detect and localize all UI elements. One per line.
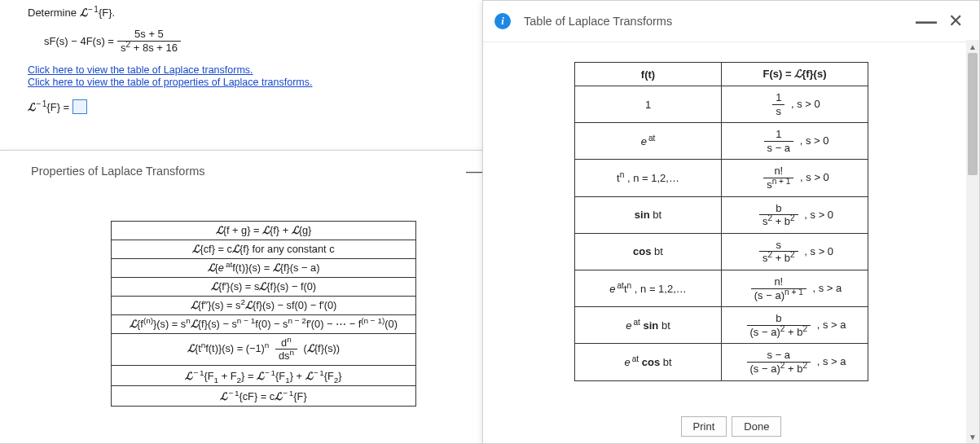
properties-table: ℒ{f + g} = ℒ{f} + ℒ{g}ℒ{cf} = cℒ{f} for … (111, 221, 416, 407)
laplace-cell-fs: n!sn + 1 , s > 0 (722, 160, 868, 196)
laplace-dialog-title: Table of Laplace Transforms (524, 15, 672, 28)
scroll-up-icon[interactable]: ▲ (966, 40, 979, 53)
properties-row: ℒ{e atf(t)}(s) = ℒ{f}(s − a) (112, 259, 416, 278)
scrollbar[interactable]: ▲ ▼ (966, 40, 979, 443)
laplace-cell-ft: e at (575, 123, 722, 160)
info-icon: i (494, 13, 511, 29)
laplace-cell-ft: sin bt (575, 196, 722, 233)
link-laplace-properties-table[interactable]: Click here to view the table of properti… (28, 77, 489, 88)
equation-frac-den: s2 + 8s + 16 (117, 42, 181, 55)
properties-row: ℒ{tnf(t)}(s) = (−1)n dndsn (ℒ{f}(s)) (112, 334, 416, 366)
properties-row: ℒ{cf} = cℒ{f} for any constant c (112, 240, 416, 259)
close-button[interactable]: ✕ (945, 11, 966, 32)
laplace-dialog-content: f(t)F(s) = ℒ{f}(s)11s , s > 0e at1s − a … (483, 42, 979, 411)
done-button[interactable]: Done (732, 416, 781, 437)
properties-row: ℒ − 1{F1 + F2} = ℒ − 1{F1} + ℒ − 1{F2} (112, 365, 416, 385)
properties-dialog-titlebar: Properties of Laplace Transforms — ✕ (0, 151, 527, 191)
answer-input[interactable] (73, 99, 87, 114)
properties-row: ℒ − 1{cF} = cℒ − 1{F} (112, 385, 416, 406)
laplace-cell-fs: 1s − a , s > 0 (722, 123, 868, 160)
laplace-cell-fs: bs2 + b2 , s > 0 (722, 196, 868, 233)
properties-row: ℒ{f′′}(s) = s2ℒ{f}(s) − sf(0) − f′(0) (112, 297, 416, 315)
laplace-cell-fs: ss2 + b2 , s > 0 (722, 233, 868, 270)
laplace-dialog-titlebar: i Table of Laplace Transforms — ✕ (483, 1, 979, 42)
scroll-thumb[interactable] (968, 53, 978, 175)
laplace-cell-fs: b(s − a)2 + b2 , s > a (722, 307, 868, 344)
properties-dialog-content: ℒ{f + g} = ℒ{f} + ℒ{g}ℒ{cf} = cℒ{f} for … (0, 191, 527, 415)
print-button[interactable]: Print (681, 416, 727, 437)
answer-line: ℒ − 1{F} = (28, 99, 489, 114)
properties-row: ℒ{f(n)}(s) = snℒ{f}(s) − sn − 1f(0) − sn… (112, 315, 416, 334)
scroll-down-icon[interactable]: ▼ (966, 430, 979, 443)
minimize-button[interactable]: — (916, 11, 937, 32)
properties-dialog-title: Properties of Laplace Transforms (31, 165, 205, 178)
laplace-cell-ft: cos bt (575, 233, 722, 270)
question-panel: Determine ℒ − 1{F}. sF(s) − 4F(s) = 5s +… (0, 0, 489, 114)
link-laplace-transform-table[interactable]: Click here to view the table of Laplace … (28, 64, 489, 76)
laplace-cell-ft: e attn , n = 1,2,… (575, 270, 722, 306)
laplace-header-fs: F(s) = ℒ{f}(s) (722, 63, 868, 86)
laplace-cell-ft: 1 (575, 86, 722, 123)
laplace-cell-fs: s − a(s − a)2 + b2 , s > a (722, 344, 868, 380)
laplace-transform-table: f(t)F(s) = ℒ{f}(s)11s , s > 0e at1s − a … (574, 62, 868, 381)
laplace-cell-fs: n!(s − a)n + 1 , s > a (722, 270, 868, 306)
laplace-cell-ft: tn , n = 1,2,… (575, 160, 722, 196)
question-title: Determine ℒ − 1{F}. (28, 5, 489, 20)
laplace-cell-ft: e at sin bt (575, 307, 722, 344)
given-equation: sF(s) − 4F(s) = 5s + 5 s2 + 8s + 16 (44, 28, 489, 54)
equation-fraction: 5s + 5 s2 + 8s + 16 (117, 28, 181, 54)
laplace-cell-ft: e at cos bt (575, 344, 722, 380)
properties-dialog: Properties of Laplace Transforms — ✕ ℒ{f… (0, 150, 528, 444)
laplace-header-ft: f(t) (575, 63, 722, 86)
properties-row: ℒ{f′}(s) = sℒ{f}(s) − f(0) (112, 278, 416, 297)
laplace-dialog-buttons: Print Done (483, 411, 979, 444)
properties-row: ℒ{f + g} = ℒ{f} + ℒ{g} (112, 222, 416, 240)
answer-prefix: ℒ − 1{F} = (28, 99, 69, 114)
equation-lhs: sF(s) − 4F(s) = (44, 35, 114, 47)
laplace-cell-fs: 1s , s > 0 (722, 86, 868, 123)
laplace-table-dialog: i Table of Laplace Transforms — ✕ f(t)F(… (482, 0, 980, 444)
